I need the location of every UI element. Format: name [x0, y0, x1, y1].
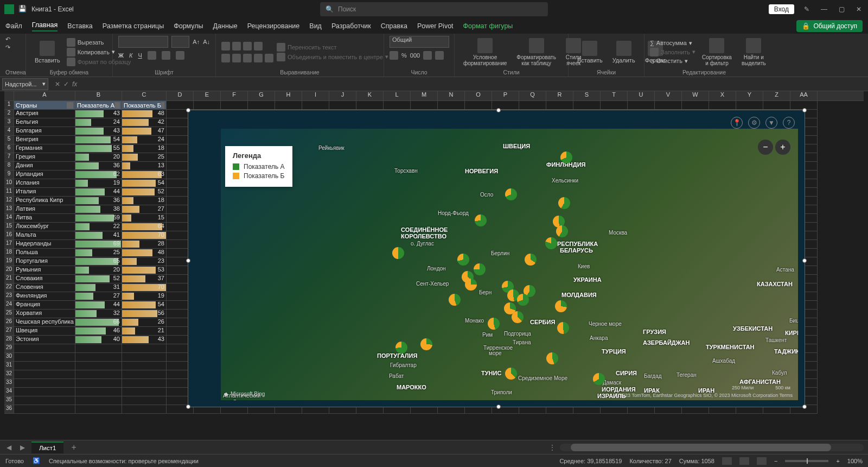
- map-pie-marker[interactable]: [546, 352, 558, 364]
- minimize-button[interactable]: —: [819, 4, 829, 14]
- decrease-font-icon[interactable]: A↓: [203, 39, 210, 45]
- sheet-split-icon[interactable]: ⋮: [549, 444, 556, 451]
- orientation-icon[interactable]: [254, 42, 263, 51]
- menu-page-layout[interactable]: Разметка страницы: [103, 22, 164, 30]
- menu-insert[interactable]: Вставка: [67, 22, 92, 30]
- align-left-icon[interactable]: [221, 54, 230, 62]
- comma-icon[interactable]: 000: [410, 52, 420, 59]
- accessibility-icon[interactable]: ♿: [33, 457, 40, 464]
- col-header-V[interactable]: V: [655, 91, 682, 100]
- row-header-18[interactable]: 18: [4, 249, 14, 257]
- row-header-12[interactable]: 12: [4, 197, 14, 205]
- horizontal-scrollbar[interactable]: [560, 444, 864, 451]
- cell-value-b[interactable]: 43: [122, 336, 167, 344]
- map-pie-marker[interactable]: [545, 237, 557, 249]
- cell-value-b[interactable]: 53: [122, 266, 167, 275]
- row-header-10[interactable]: 10: [4, 179, 14, 188]
- delete-cells-button[interactable]: Удалить: [609, 40, 639, 65]
- select-all-corner[interactable]: [4, 91, 14, 100]
- zoom-slider[interactable]: [785, 460, 828, 462]
- col-header-Z[interactable]: Z: [763, 91, 790, 100]
- formula-input[interactable]: [81, 78, 868, 90]
- cell-value-b[interactable]: 48: [122, 110, 167, 118]
- col-header-R[interactable]: R: [546, 91, 573, 100]
- cell-value-b[interactable]: 63: [122, 171, 167, 179]
- row-header-30[interactable]: 30: [4, 353, 14, 362]
- row-header-4[interactable]: 4: [4, 127, 14, 136]
- row-header-19[interactable]: 19: [4, 257, 14, 266]
- cell-country[interactable]: Латвия: [14, 205, 75, 214]
- cell-value-a[interactable]: 40: [75, 336, 122, 344]
- col-header-G[interactable]: G: [248, 91, 275, 100]
- cell-country[interactable]: Италия: [14, 188, 75, 197]
- table-header-a[interactable]: Показатель А: [75, 101, 122, 110]
- cell-value-b[interactable]: 23: [122, 257, 167, 266]
- view-page-layout-icon[interactable]: [739, 457, 749, 465]
- cell-country[interactable]: Австрия: [14, 110, 75, 118]
- cell-value-b[interactable]: 28: [122, 240, 167, 249]
- ribbon-mode-icon[interactable]: ✎: [802, 4, 812, 14]
- cell-country[interactable]: Эстония: [14, 336, 75, 344]
- font-color-icon[interactable]: [176, 51, 184, 60]
- cell-country[interactable]: Чешская республика: [14, 318, 75, 327]
- cell-value-b[interactable]: 25: [122, 153, 167, 162]
- cell-value-a[interactable]: 46: [75, 327, 122, 336]
- row-header-13[interactable]: 13: [4, 205, 14, 214]
- cell-value-a[interactable]: 31: [75, 283, 122, 292]
- cell-country[interactable]: Словения: [14, 283, 75, 292]
- cell-value-b[interactable]: 54: [122, 179, 167, 188]
- cell-country[interactable]: Нидерланды: [14, 240, 75, 249]
- map-pie-marker[interactable]: [505, 188, 517, 200]
- map-canvas[interactable]: Легенда Показатель А Показатель Б − + Ре…: [221, 129, 798, 400]
- cell-country[interactable]: Словакия: [14, 275, 75, 283]
- cell-value-a[interactable]: 52: [75, 275, 122, 283]
- map-zoom-out[interactable]: −: [758, 140, 773, 155]
- filter-icon[interactable]: [161, 102, 164, 109]
- cell-country[interactable]: Болгария: [14, 127, 75, 136]
- cell-value-b[interactable]: 47: [122, 127, 167, 136]
- cell-value-a[interactable]: 19: [75, 179, 122, 188]
- cell-value-b[interactable]: 70: [122, 231, 167, 240]
- cell-country[interactable]: Дания: [14, 162, 75, 171]
- cell-value-a[interactable]: 44: [75, 188, 122, 197]
- col-header-L[interactable]: L: [384, 91, 411, 100]
- zoom-in-icon[interactable]: +: [836, 458, 839, 464]
- cell-country[interactable]: Мальта: [14, 231, 75, 240]
- insert-cells-button[interactable]: Вставить: [574, 40, 606, 65]
- maximize-button[interactable]: ▢: [837, 4, 846, 14]
- table-header-b[interactable]: Показатель Б: [122, 101, 167, 110]
- cell-country[interactable]: Швеция: [14, 327, 75, 336]
- row-header-36[interactable]: 36: [4, 405, 14, 414]
- cell-value-a[interactable]: 44: [75, 301, 122, 310]
- cell-value-a[interactable]: 41: [75, 231, 122, 240]
- row-header-9[interactable]: 9: [4, 171, 14, 179]
- row-header-35[interactable]: 35: [4, 396, 14, 405]
- cell-value-a[interactable]: 43: [75, 110, 122, 118]
- cell-value-b[interactable]: 18: [122, 197, 167, 205]
- map-pie-marker[interactable]: [395, 342, 407, 354]
- bold-button[interactable]: Ж: [118, 52, 124, 59]
- cell-country[interactable]: Румыния: [14, 266, 75, 275]
- row-header-25[interactable]: 25: [4, 310, 14, 318]
- zoom-out-icon[interactable]: −: [774, 458, 777, 464]
- view-page-break-icon[interactable]: [757, 457, 767, 465]
- cell-country[interactable]: Португалия: [14, 257, 75, 266]
- col-header-I[interactable]: I: [302, 91, 329, 100]
- cell-value-a[interactable]: 32: [75, 310, 122, 318]
- row-header-34[interactable]: 34: [4, 388, 14, 396]
- font-select[interactable]: [118, 36, 168, 48]
- login-button[interactable]: Вход: [769, 4, 794, 14]
- cell-value-b[interactable]: 18: [122, 144, 167, 153]
- redo-icon[interactable]: ↷: [5, 44, 20, 51]
- col-header-S[interactable]: S: [573, 91, 601, 100]
- undo-icon[interactable]: ↶: [5, 36, 20, 43]
- map-pie-marker[interactable]: [555, 300, 567, 312]
- menu-file[interactable]: Файл: [5, 22, 22, 30]
- table-header-country[interactable]: Страны: [14, 101, 75, 110]
- menu-review[interactable]: Рецензирование: [247, 22, 300, 30]
- row-header-21[interactable]: 21: [4, 275, 14, 283]
- map-pie-marker[interactable]: [465, 279, 477, 291]
- map-pie-marker[interactable]: [558, 197, 570, 209]
- row-header-11[interactable]: 11: [4, 188, 14, 197]
- map-chart-object[interactable]: 📍 ⚙ ▼ ? Легенда Показатель А Показатель …: [188, 110, 805, 407]
